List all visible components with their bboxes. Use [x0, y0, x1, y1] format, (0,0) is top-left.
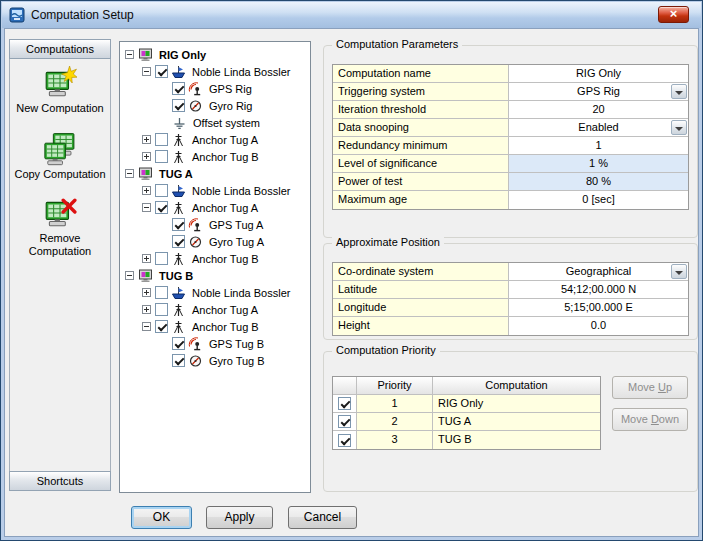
expand-icon[interactable]	[142, 186, 151, 195]
computations-bar-button[interactable]: Computations	[9, 39, 111, 59]
param-label: Maximum age	[333, 191, 509, 209]
checkbox[interactable]	[338, 397, 351, 410]
sidebar: Computations New Computation Copy Comput…	[9, 39, 111, 491]
table-row[interactable]: 2 TUG A	[333, 413, 600, 431]
checkbox[interactable]	[172, 354, 185, 367]
dropdown-arrow-icon[interactable]	[671, 264, 687, 279]
copy-computation-button[interactable]: Copy Computation	[10, 132, 110, 181]
param-value-cell[interactable]: 5;15;00.000 E	[509, 299, 688, 316]
checkbox[interactable]	[338, 434, 351, 447]
tree-node[interactable]: Gyro Tug A	[122, 233, 308, 250]
tree-node[interactable]: RIG Only	[122, 46, 308, 63]
anchor-icon	[171, 201, 186, 215]
checkbox[interactable]	[155, 201, 168, 214]
expand-icon[interactable]	[142, 288, 151, 297]
checkbox[interactable]	[338, 415, 351, 428]
tree-node[interactable]: GPS Tug B	[122, 335, 308, 352]
checkbox-column-header	[333, 377, 357, 394]
cancel-button[interactable]: Cancel	[288, 506, 357, 529]
ok-button[interactable]: OK	[131, 506, 192, 529]
move-down-button[interactable]: Move Down	[612, 408, 688, 431]
expand-icon[interactable]	[142, 152, 151, 161]
tree-node[interactable]: GPS Rig	[122, 80, 308, 97]
param-value-cell[interactable]: 20	[509, 101, 688, 118]
tree-node[interactable]: Anchor Tug A	[122, 199, 308, 216]
param-value-cell[interactable]: Geographical	[509, 263, 688, 280]
new-computation-icon	[43, 66, 77, 100]
collapse-icon[interactable]	[125, 169, 134, 178]
collapse-icon[interactable]	[125, 271, 134, 280]
checkbox[interactable]	[155, 320, 168, 333]
checkbox[interactable]	[172, 337, 185, 350]
remove-computation-button[interactable]: Remove Computation	[10, 196, 110, 258]
param-value-cell[interactable]: 80 %	[509, 173, 688, 190]
checkbox[interactable]	[155, 286, 168, 299]
table-row[interactable]: 1 RIG Only	[333, 395, 600, 413]
tree-node[interactable]: TUG A	[122, 165, 308, 182]
group-title: Approximate Position	[332, 236, 444, 248]
param-value-cell[interactable]: 1	[509, 137, 688, 154]
computation-setup-window: Computation Setup × Computations New Com…	[0, 0, 703, 541]
tree-node[interactable]: GPS Tug A	[122, 216, 308, 233]
remove-computation-icon	[43, 196, 77, 230]
tree-node[interactable]: Anchor Tug B	[122, 148, 308, 165]
checkbox[interactable]	[155, 184, 168, 197]
table-row: Height 0.0	[333, 317, 688, 335]
expand-icon[interactable]	[142, 254, 151, 263]
checkbox[interactable]	[172, 235, 185, 248]
priority-table: Priority Computation 1 RIG Only 2 TUG A …	[332, 376, 601, 450]
param-label: Power of test	[333, 173, 509, 190]
param-label: Level of significance	[333, 155, 509, 172]
expand-icon[interactable]	[142, 305, 151, 314]
computation-cell: RIG Only	[433, 395, 600, 412]
param-value-cell[interactable]: RIG Only	[509, 65, 688, 82]
checkbox[interactable]	[172, 99, 185, 112]
tree-node[interactable]: Offset system	[122, 114, 308, 131]
dropdown-arrow-icon[interactable]	[671, 120, 687, 135]
title-bar: Computation Setup ×	[2, 2, 701, 28]
checkbox[interactable]	[155, 133, 168, 146]
checkbox[interactable]	[155, 303, 168, 316]
param-value-cell[interactable]: Enabled	[509, 119, 688, 136]
tree-node[interactable]: Gyro Rig	[122, 97, 308, 114]
checkbox[interactable]	[155, 65, 168, 78]
checkbox[interactable]	[155, 252, 168, 265]
close-button[interactable]: ×	[658, 6, 689, 23]
param-value-cell[interactable]: 54;12;00.000 N	[509, 281, 688, 298]
dropdown-arrow-icon[interactable]	[671, 84, 687, 99]
collapse-icon[interactable]	[125, 50, 134, 59]
computation-icon	[138, 48, 153, 62]
shortcuts-bar-button[interactable]: Shortcuts	[9, 471, 111, 491]
checkbox[interactable]	[172, 218, 185, 231]
collapse-icon[interactable]	[142, 203, 151, 212]
tree-node[interactable]: Noble Linda Bossler	[122, 63, 308, 80]
checkbox[interactable]	[172, 82, 185, 95]
table-row: Maximum age 0 [sec]	[333, 191, 688, 209]
tree-node[interactable]: Anchor Tug A	[122, 301, 308, 318]
tree-node[interactable]: Noble Linda Bossler	[122, 182, 308, 199]
move-up-button[interactable]: Move Up	[612, 376, 688, 399]
tree-node[interactable]: Noble Linda Bossler	[122, 284, 308, 301]
computation-tree[interactable]: RIG Only Noble Linda Bossler GPS Rig Gyr…	[119, 41, 311, 493]
tree-node[interactable]: TUG B	[122, 267, 308, 284]
expand-icon[interactable]	[142, 135, 151, 144]
app-icon	[9, 7, 25, 23]
tree-node[interactable]: Anchor Tug A	[122, 131, 308, 148]
param-label: Latitude	[333, 281, 509, 298]
param-value-cell[interactable]: GPS Rig	[509, 83, 688, 100]
new-computation-button[interactable]: New Computation	[10, 66, 110, 115]
collapse-icon[interactable]	[142, 67, 151, 76]
param-value-cell[interactable]: 0.0	[509, 317, 688, 335]
table-row[interactable]: 3 TUG B	[333, 431, 600, 449]
window-title: Computation Setup	[31, 8, 134, 22]
tree-node[interactable]: Anchor Tug B	[122, 250, 308, 267]
tree-node[interactable]: Gyro Tug B	[122, 352, 308, 369]
apply-button[interactable]: Apply	[206, 506, 273, 529]
copy-computation-label: Copy Computation	[10, 168, 110, 181]
tree-node[interactable]: Anchor Tug B	[122, 318, 308, 335]
param-value-cell[interactable]: 0 [sec]	[509, 191, 688, 209]
param-label: Height	[333, 317, 509, 335]
param-value-cell[interactable]: 1 %	[509, 155, 688, 172]
checkbox[interactable]	[155, 150, 168, 163]
collapse-icon[interactable]	[142, 322, 151, 331]
